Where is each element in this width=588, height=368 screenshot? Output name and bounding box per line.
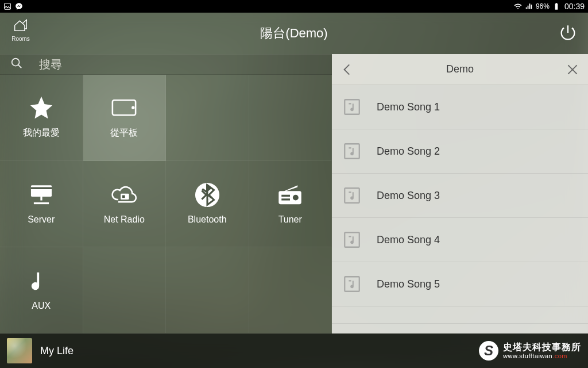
page-title: 陽台(Demo) [260,25,327,42]
svg-rect-16 [345,277,359,292]
svg-rect-10 [281,194,290,196]
music-file-icon [342,274,362,294]
song-item[interactable]: Demo Song 1 [332,85,588,129]
source-tile-tablet[interactable]: 從平板 [83,75,167,161]
svg-rect-15 [345,232,359,247]
search-input[interactable] [39,58,322,71]
power-button[interactable] [558,23,578,43]
song-item[interactable]: Demo Song 2 [332,129,588,174]
music-file-icon [342,141,362,161]
tile-label: Tuner [278,214,302,225]
star-icon [28,96,55,119]
source-tile-netradio[interactable]: Net Radio [83,161,167,247]
song-name: Demo Song 5 [377,278,440,290]
tile-label: Server [28,214,55,225]
song-name: Demo Song 3 [377,190,440,202]
tile-label: 從平板 [110,127,138,139]
svg-rect-12 [345,99,359,114]
rooms-button[interactable]: Rooms [8,18,33,42]
radio-icon [277,183,303,206]
svg-rect-11 [281,198,290,200]
svg-rect-5 [31,187,52,189]
svg-rect-7 [122,195,126,199]
app-header: Rooms 陽台(Demo) [0,13,588,54]
watermark-url: www.stufftaiwan.com [503,352,581,359]
svg-rect-14 [345,188,359,203]
tile-label: Net Radio [104,214,145,225]
album-art [7,338,32,363]
song-name: Demo Song 4 [377,234,440,246]
watermark: S 史塔夫科技事務所 www.stufftaiwan.com [479,341,581,361]
battery-percent: 96% [536,2,550,10]
watermark-cn: 史塔夫科技事務所 [503,342,581,352]
list-title: Demo [446,63,474,75]
image-icon [3,2,11,10]
search-icon [10,57,23,72]
track-name: My Life [40,345,471,357]
tablet-icon [111,96,137,119]
status-time: 00:39 [564,2,585,11]
battery-icon [552,2,560,10]
song-item[interactable]: Demo Song 3 [332,174,588,218]
android-status-bar: 96% 00:39 [0,0,588,13]
svg-rect-0 [5,3,11,10]
svg-rect-4 [31,185,52,197]
search-row [0,54,332,75]
song-item[interactable]: Demo Song 4 [332,218,588,262]
now-playing-bar[interactable]: My Life S 史塔夫科技事務所 www.stufftaiwan.com [0,334,588,368]
svg-point-1 [12,59,20,66]
source-pane: 我的最愛從平板ServerNet RadioBluetoothTunerAUX [0,54,332,334]
svg-rect-13 [345,144,359,159]
music-file-icon [342,97,362,117]
status-right: 96% 00:39 [514,2,585,11]
source-tile-server[interactable]: Server [0,161,83,247]
close-button[interactable] [565,62,580,77]
source-tile-aux[interactable]: AUX [0,247,83,334]
status-left [3,2,23,10]
tile-label: 我的最愛 [23,127,60,139]
music-file-icon [342,186,362,205]
svg-point-3 [133,107,134,109]
messenger-icon [15,2,23,10]
source-tile-bluetooth[interactable]: Bluetooth [166,161,249,247]
music-file-icon [342,230,362,250]
source-tile-favorites[interactable]: 我的最愛 [0,75,83,161]
rooms-label: Rooms [8,36,33,42]
list-header: Demo [332,54,588,85]
back-button[interactable] [340,62,355,77]
server-icon [28,183,55,206]
song-name: Demo Song 2 [377,145,440,158]
cloud-radio-icon [111,183,137,206]
playlist-pane: Demo Demo Song 1Demo Song 2Demo Song 3De… [332,54,588,334]
song-name: Demo Song 1 [377,101,440,113]
wifi-icon [514,2,522,10]
tile-label: Bluetooth [188,214,227,225]
signal-icon [525,2,533,10]
bluetooth-icon [194,183,220,206]
watermark-logo-icon: S [479,341,498,361]
tile-label: AUX [32,301,51,311]
note-icon [28,270,55,293]
song-item[interactable]: Demo Song 5 [332,262,588,306]
svg-point-9 [293,194,299,200]
source-tile-tuner[interactable]: Tuner [249,161,332,247]
